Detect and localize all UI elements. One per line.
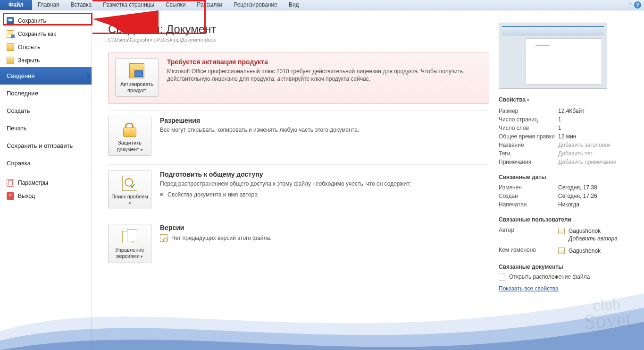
date-printed-val: Никогда [558,201,579,208]
file-path: C:\Users\Gagushonok\Desktop\Документ.doc… [108,37,489,43]
nav-close[interactable]: Закрыть [0,54,92,67]
related-people-header: Связанные пользователи [499,216,631,223]
lastmod-row[interactable]: Gagushonok [558,247,601,255]
close-icon [7,57,14,64]
tab-insert[interactable]: Вставка [65,0,98,10]
ribbon: Файл Главная Вставка Разметка страницы С… [0,0,644,10]
prop-notes-placeholder[interactable]: Добавить примечания [558,159,617,165]
nav-help-label: Справка [7,160,31,167]
permissions-body: Все могут открывать, копировать и изменя… [160,126,359,134]
versions-none-row: Нет предыдущих версий этого файла. [160,234,272,242]
prepare-bullet-text: Свойства документа и имя автора [167,191,258,198]
prop-title-key: Название [499,142,558,148]
nav-exit-label: Выход [18,193,35,199]
nav-options-label: Параметры [18,179,48,186]
inspect-icon [122,176,137,191]
nav-recent[interactable]: Последние [0,85,92,102]
prop-pages-key: Число страниц [499,116,558,123]
properties-panel: Свойства Размер12,4Кбайт Число страниц1 … [489,23,631,350]
protect-document-button[interactable]: Защитить документ [108,117,151,155]
nav-options[interactable]: Параметры [0,176,92,189]
nav-recent-label: Последние [7,90,38,97]
show-all-properties-link[interactable]: Показать все свойства [499,285,559,292]
author-key: Автор [499,227,558,242]
nav-share[interactable]: Сохранить и отправить [0,137,92,154]
person-icon [558,228,565,234]
bullet-icon [160,193,163,196]
lastmod-name: Gagushonok [569,248,601,254]
lastmod-key: Кем изменено [499,247,558,255]
check-issues-button[interactable]: Поиск проблем [108,171,151,209]
open-file-location[interactable]: Открыть расположение файла [499,273,631,281]
help-icon[interactable]: ? [634,1,641,9]
prop-size-key: Размер [499,108,558,114]
nav-help[interactable]: Справка [0,154,92,172]
activation-title: Требуется активация продукта [167,58,482,66]
activate-icon [129,63,144,78]
prop-tags-placeholder[interactable]: Добавить тег [558,150,593,157]
person-icon [558,248,565,254]
preview-ribbon [502,26,604,35]
versions-title: Версии [160,224,272,231]
date-modified-key: Изменен [499,184,558,191]
nav-save-label: Сохранить [18,17,46,24]
prop-words-key: Число слов [499,125,558,131]
nav-new-label: Создать [7,107,30,114]
nav-exit[interactable]: × Выход [0,189,92,203]
add-author[interactable]: Добавить автора [558,235,618,242]
tab-mailings[interactable]: Рассылки [191,0,228,10]
nav-share-label: Сохранить и отправить [7,142,73,149]
backstage: Сохранить Сохранить как Открыть Закрыть … [0,10,644,350]
nav-open[interactable]: Открыть [0,41,92,54]
nav-print[interactable]: Печать [0,120,92,137]
activate-product-button[interactable]: Активировать продукт [115,58,159,97]
save-as-icon [7,30,14,38]
tab-file[interactable]: Файл [0,0,32,10]
nav-close-label: Закрыть [18,57,40,64]
preview-page [526,38,602,85]
exit-icon: × [7,192,14,200]
protect-button-label: Защитить документ [117,140,142,152]
nav-print-label: Печать [7,125,27,132]
nav-save-as-label: Сохранить как [18,31,56,37]
section-versions: Управление версиями Версии Нет предыдущи… [108,218,489,271]
backstage-nav: Сохранить Сохранить как Открыть Закрыть … [0,10,92,350]
prop-edittime-key: Общее время правки [499,133,558,140]
nav-new[interactable]: Создать [0,102,92,120]
tab-view[interactable]: Вид [283,0,305,10]
author-name: Gagushonok [569,228,601,234]
page-title: Сведения: Документ [108,23,489,36]
related-dates-header: Связанные даты [499,174,631,180]
section-prepare: Поиск проблем Подготовить к общему досту… [108,164,489,218]
nav-save-as[interactable]: Сохранить как [0,27,92,41]
prop-edittime-val: 12 мин [558,133,576,140]
minimize-ribbon-icon[interactable]: ⌃ [628,2,632,8]
save-icon [7,17,14,25]
open-file-location-label: Открыть расположение файла [509,273,590,280]
section-permissions: Защитить документ Разрешения Все могут о… [108,111,489,164]
manage-versions-label: Управление версиями [115,247,144,259]
tab-page-layout[interactable]: Разметка страницы [97,0,160,10]
open-icon [7,43,14,51]
date-modified-val: Сегодня, 17:38 [558,184,597,191]
properties-header[interactable]: Свойства [499,96,631,103]
manage-versions-button[interactable]: Управление версиями [108,224,151,263]
nav-save[interactable]: Сохранить [0,14,92,27]
prop-title-placeholder[interactable]: Добавить заголовок [558,142,611,148]
prepare-title: Подготовить к общему доступу [160,171,411,178]
author-row[interactable]: Gagushonok [558,227,618,235]
versions-icon [122,229,137,244]
nav-info[interactable]: Сведения [0,67,92,85]
document-preview[interactable] [499,23,607,89]
prop-tags-key: Теги [499,150,558,157]
prop-notes-key: Примечания [499,159,558,165]
permissions-title: Разрешения [160,117,359,124]
nav-info-label: Сведения [7,72,34,79]
related-docs-header: Связанные документы [499,264,631,270]
prop-pages-val: 1 [558,116,561,123]
tab-home[interactable]: Главная [32,0,65,10]
file-icon [499,273,505,281]
tab-references[interactable]: Ссылки [160,0,191,10]
tab-review[interactable]: Рецензирование [228,0,283,10]
check-issues-label: Поиск проблем [111,194,148,205]
